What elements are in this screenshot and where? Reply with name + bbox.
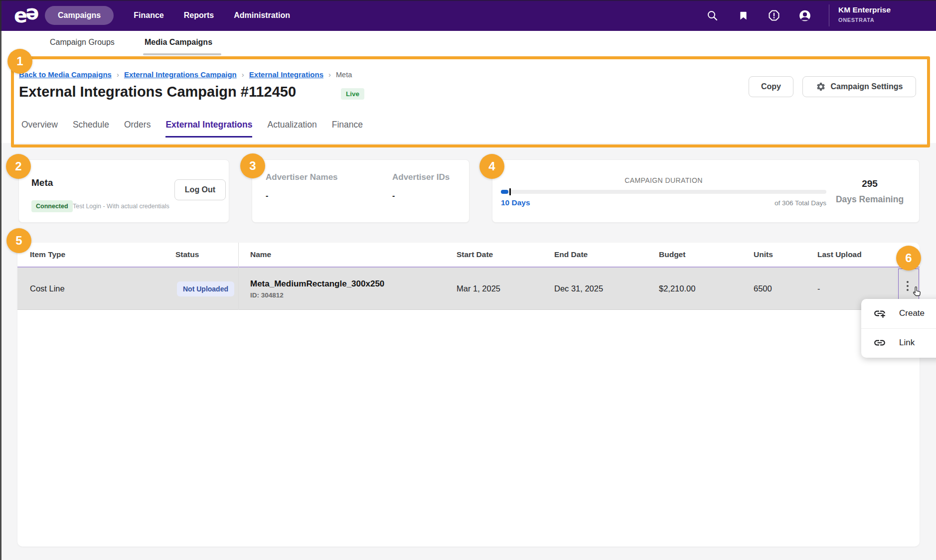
main-nav: Campaigns Finance Reports Administration — [45, 0, 290, 31]
subtab-campaign-groups[interactable]: Campaign Groups — [50, 38, 115, 47]
campaign-settings-button[interactable]: Campaign Settings — [802, 76, 916, 97]
cell-end-date: Dec 31, 2025 — [554, 268, 603, 310]
subtab-media-campaigns[interactable]: Media Campaigns — [145, 38, 212, 47]
bookmark-icon[interactable] — [737, 9, 750, 22]
advertiser-names-value: - — [266, 191, 268, 200]
meta-login-note: Test Login - With actual credentials — [73, 203, 169, 210]
window-border-top — [0, 0, 936, 1]
cell-status: Not Uploaded — [177, 268, 234, 310]
window-border-left — [0, 0, 1, 560]
meta-card-title: Meta — [31, 177, 53, 188]
copy-button[interactable]: Copy — [749, 76, 793, 97]
col-header-status[interactable]: Status — [175, 250, 199, 259]
days-remaining-label: Days Remaining — [828, 194, 911, 205]
col-header-name[interactable]: Name — [250, 250, 271, 259]
advertiser-ids-value: - — [392, 191, 395, 200]
table-column-divider — [238, 243, 239, 310]
advertiser-ids-label: Advertiser IDs — [392, 172, 450, 182]
breadcrumb-separator: › — [242, 70, 244, 79]
table-row[interactable]: Cost Line Not Uploaded Meta_MediumRectan… — [17, 268, 920, 310]
nav-item-campaigns[interactable]: Campaigns — [45, 6, 114, 25]
col-header-last-upload[interactable]: Last Upload — [817, 250, 862, 259]
line-item-id: ID: 304812 — [250, 291, 284, 299]
navbar-icon-group — [706, 0, 811, 31]
breadcrumb-link-back[interactable]: Back to Media Campaigns — [19, 70, 112, 79]
account-org: ONESTRATA — [838, 17, 891, 23]
top-navbar: ee Campaigns Finance Reports Administrat… — [0, 0, 936, 31]
cell-last-upload: - — [817, 268, 820, 310]
duration-progress-marker — [509, 188, 511, 195]
nav-item-finance[interactable]: Finance — [134, 11, 163, 20]
col-header-units[interactable]: Units — [754, 250, 773, 259]
campaign-duration-heading: CAMPAIGN DURATION — [501, 176, 826, 184]
advertiser-names-label: Advertiser Names — [266, 172, 338, 182]
line-item-name: Meta_MediumRectangle_300x250 — [250, 279, 384, 289]
log-out-button[interactable]: Log Out — [174, 179, 226, 200]
col-header-start-date[interactable]: Start Date — [457, 250, 493, 259]
campaign-settings-label: Campaign Settings — [831, 82, 903, 91]
tab-actualization[interactable]: Actualization — [267, 120, 316, 138]
account-switcher[interactable]: KM Enterprise ONESTRATA — [838, 5, 891, 23]
subtab-active-indicator — [143, 53, 221, 55]
duration-total-label: of 306 Total Days — [743, 199, 826, 207]
breadcrumb-current: Meta — [336, 71, 352, 79]
days-remaining-value: 295 — [828, 178, 911, 189]
advertisers-card — [252, 159, 469, 223]
logo-glyph-flipped: e — [26, 4, 39, 27]
add-link-icon — [873, 307, 886, 320]
app-window: ee Campaigns Finance Reports Administrat… — [0, 0, 936, 560]
cell-name: Meta_MediumRectangle_300x250 ID: 304812 — [250, 268, 384, 310]
duration-progress-track — [501, 190, 826, 194]
menu-item-create[interactable]: Create — [861, 299, 936, 328]
logo-glyph: e — [14, 4, 26, 27]
cell-units: 6500 — [754, 268, 772, 310]
breadcrumb: Back to Media Campaigns › External Integ… — [19, 70, 352, 79]
row-actions-menu: Create Link — [861, 299, 936, 358]
duration-elapsed-label: 10 Days — [501, 198, 530, 207]
col-header-budget[interactable]: Budget — [659, 250, 685, 259]
campaign-tabs: Overview Schedule Orders External Integr… — [21, 120, 363, 138]
breadcrumb-link-campaign[interactable]: External Integrations Campaign — [124, 70, 237, 79]
account-name: KM Enterprise — [838, 5, 891, 14]
tab-overview[interactable]: Overview — [21, 120, 58, 138]
search-icon[interactable] — [706, 9, 719, 22]
page-title: External Integrations Campaign #112450 — [19, 84, 296, 100]
menu-item-link-label: Link — [899, 338, 915, 348]
breadcrumb-separator: › — [328, 70, 331, 79]
cell-item-type: Cost Line — [30, 268, 65, 310]
cell-budget: $2,210.00 — [659, 268, 695, 310]
link-icon — [873, 336, 886, 349]
onestrata-logo-icon[interactable]: ee — [14, 4, 39, 27]
cell-start-date: Mar 1, 2025 — [457, 268, 500, 310]
navbar-divider — [829, 4, 829, 26]
alert-icon[interactable] — [768, 9, 780, 22]
connected-status-badge: Connected — [31, 200, 73, 212]
nav-item-reports[interactable]: Reports — [184, 11, 214, 20]
nav-item-administration[interactable]: Administration — [234, 11, 290, 20]
log-out-label: Log Out — [185, 185, 215, 194]
col-header-end-date[interactable]: End Date — [554, 250, 588, 259]
gear-icon — [816, 82, 826, 92]
col-header-item-type[interactable]: Item Type — [30, 250, 65, 259]
copy-button-label: Copy — [761, 82, 781, 91]
row-actions-button[interactable] — [898, 269, 919, 299]
tab-schedule[interactable]: Schedule — [73, 120, 109, 138]
tab-external-integrations[interactable]: External Integrations — [165, 120, 252, 138]
profile-icon[interactable] — [798, 9, 811, 22]
status-badge-live: Live — [341, 88, 364, 100]
duration-progress-fill — [501, 190, 508, 194]
menu-item-link[interactable]: Link — [861, 328, 936, 358]
menu-item-create-label: Create — [899, 308, 925, 318]
tab-finance[interactable]: Finance — [332, 120, 363, 138]
tab-orders[interactable]: Orders — [124, 120, 151, 138]
breadcrumb-separator: › — [117, 70, 119, 79]
not-uploaded-badge: Not Uploaded — [177, 281, 234, 296]
breadcrumb-link-external-integrations[interactable]: External Integrations — [249, 70, 323, 79]
kebab-menu-icon[interactable] — [907, 281, 909, 291]
